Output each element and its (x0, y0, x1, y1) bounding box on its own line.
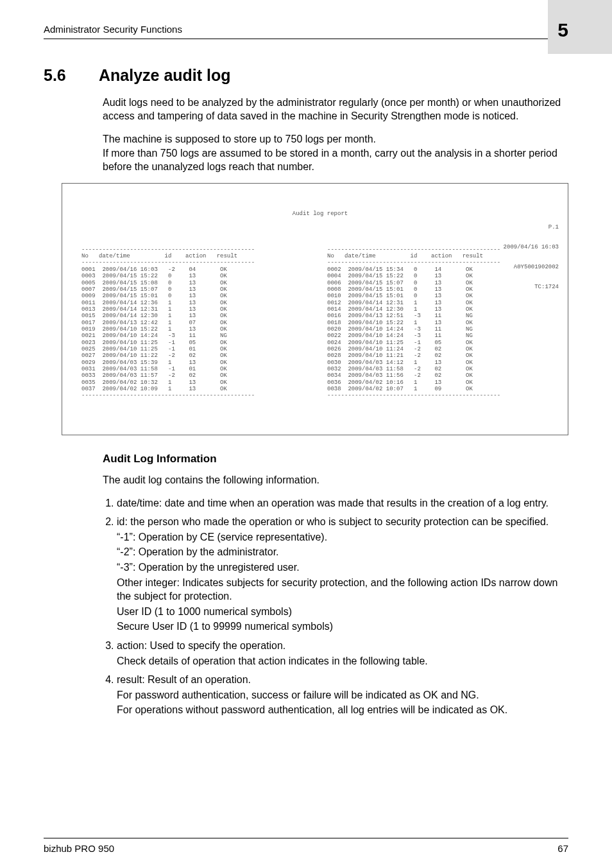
page-header: Administrator Security Functions 5 (44, 0, 568, 39)
report-tc: TC:1724 (504, 284, 559, 290)
info-list: date/time: date and time when an operati… (103, 496, 568, 717)
report-datetime: 2009/04/16 16:03 (504, 244, 559, 250)
sub-intro: The audit log contains the following inf… (103, 473, 568, 487)
page-number: 67 (557, 842, 568, 855)
section-heading: 5.6 Analyze audit log (44, 65, 568, 87)
report-title: Audit log report (293, 211, 348, 217)
list-item: action: Used to specify the operation. C… (117, 639, 568, 668)
header-title: Administrator Security Functions (44, 23, 182, 36)
chapter-number: 5 (557, 21, 568, 40)
list-item: result: Result of an operation. For pass… (117, 673, 568, 717)
report-left-column: ----------------------------------------… (81, 239, 313, 412)
list-item: id: the person who made the operation or… (117, 515, 568, 634)
list-item: date/time: date and time when an operati… (117, 496, 568, 510)
subheading: Audit Log Information (103, 452, 568, 467)
page-footer: bizhub PRO 950 67 (44, 838, 568, 855)
report-left-pre: ----------------------------------------… (81, 247, 313, 399)
intro-paragraph-1: Audit logs need to be analyzed by the ad… (103, 96, 568, 123)
audit-log-report: Audit log report P.1 2009/04/16 16:03 A0… (62, 183, 568, 435)
product-name: bizhub PRO 950 (44, 842, 114, 855)
report-meta: P.1 2009/04/16 16:03 A0Y5001902002 TC:17… (504, 211, 559, 304)
section-number: 5.6 (44, 65, 77, 87)
report-page: P.1 (504, 224, 559, 230)
report-serial: A0Y5001902002 (504, 264, 559, 270)
section-title-text: Analyze audit log (99, 65, 231, 87)
intro-paragraph-2: The machine is supposed to store up to 7… (103, 132, 568, 174)
